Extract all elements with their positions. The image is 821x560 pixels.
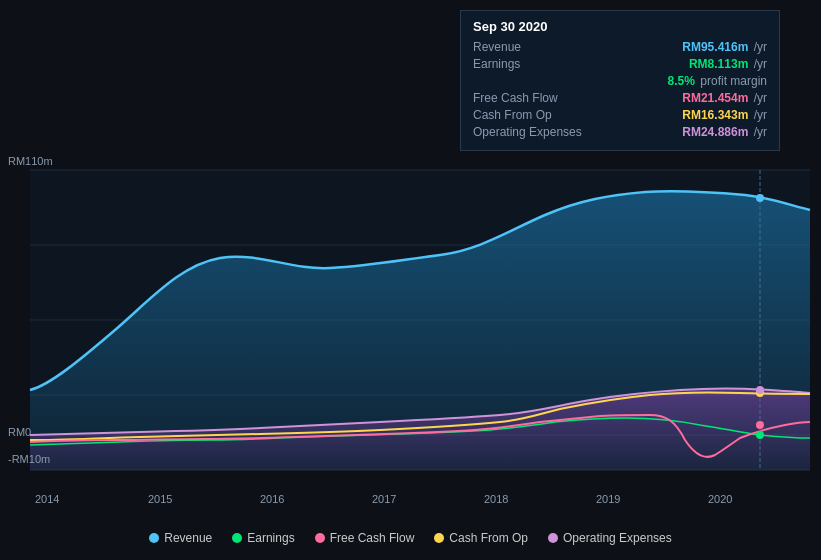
tooltip-box: Sep 30 2020 Revenue RM95.416m /yr Earnin…: [460, 10, 780, 151]
x-label-2018: 2018: [484, 493, 508, 505]
legend-dot-opex: [548, 533, 558, 543]
x-label-2015: 2015: [148, 493, 172, 505]
legend-item-revenue[interactable]: Revenue: [149, 531, 212, 545]
x-label-2016: 2016: [260, 493, 284, 505]
tooltip-row-fcf: Free Cash Flow RM21.454m /yr: [473, 91, 767, 105]
tooltip-title: Sep 30 2020: [473, 19, 767, 34]
legend-label-fcf: Free Cash Flow: [330, 531, 415, 545]
revenue-dot: [756, 194, 764, 202]
tooltip-value-earnings: RM8.113m /yr: [689, 57, 767, 71]
x-label-2014: 2014: [35, 493, 59, 505]
tooltip-row-cashfromop: Cash From Op RM16.343m /yr: [473, 108, 767, 122]
legend-item-earnings[interactable]: Earnings: [232, 531, 294, 545]
tooltip-value-opex: RM24.886m /yr: [682, 125, 767, 139]
tooltip-label-opex: Operating Expenses: [473, 125, 582, 139]
tooltip-row-earnings: Earnings RM8.113m /yr: [473, 57, 767, 71]
y-label-110m: RM110m: [8, 155, 53, 167]
tooltip-value-cashfromop: RM16.343m /yr: [682, 108, 767, 122]
earnings-dot: [756, 431, 764, 439]
tooltip-row-revenue: Revenue RM95.416m /yr: [473, 40, 767, 54]
tooltip-label-earnings: Earnings: [473, 57, 520, 71]
legend-item-cashfromop[interactable]: Cash From Op: [434, 531, 528, 545]
legend-dot-revenue: [149, 533, 159, 543]
chart-container: RM110m RM0 -RM10m 2014 2015 2016 2017 20…: [0, 0, 821, 560]
x-label-2020: 2020: [708, 493, 732, 505]
legend-item-fcf[interactable]: Free Cash Flow: [315, 531, 415, 545]
tooltip-label-cashfromop: Cash From Op: [473, 108, 552, 122]
fcf-dot: [756, 421, 764, 429]
tooltip-row-opex: Operating Expenses RM24.886m /yr: [473, 125, 767, 139]
opex-dot: [756, 386, 764, 394]
legend-label-earnings: Earnings: [247, 531, 294, 545]
y-label-0: RM0: [8, 426, 31, 438]
chart-legend: Revenue Earnings Free Cash Flow Cash Fro…: [0, 531, 821, 545]
tooltip-label-fcf: Free Cash Flow: [473, 91, 558, 105]
tooltip-row-margin: 8.5% profit margin: [473, 74, 767, 88]
x-label-2019: 2019: [596, 493, 620, 505]
y-label-neg10m: -RM10m: [8, 453, 50, 465]
tooltip-value-revenue: RM95.416m /yr: [682, 40, 767, 54]
legend-label-cashfromop: Cash From Op: [449, 531, 528, 545]
legend-dot-fcf: [315, 533, 325, 543]
legend-dot-earnings: [232, 533, 242, 543]
tooltip-value-fcf: RM21.454m /yr: [682, 91, 767, 105]
x-label-2017: 2017: [372, 493, 396, 505]
legend-label-opex: Operating Expenses: [563, 531, 672, 545]
tooltip-value-margin: 8.5% profit margin: [668, 74, 767, 88]
legend-dot-cashfromop: [434, 533, 444, 543]
legend-label-revenue: Revenue: [164, 531, 212, 545]
legend-item-opex[interactable]: Operating Expenses: [548, 531, 672, 545]
tooltip-label-revenue: Revenue: [473, 40, 521, 54]
